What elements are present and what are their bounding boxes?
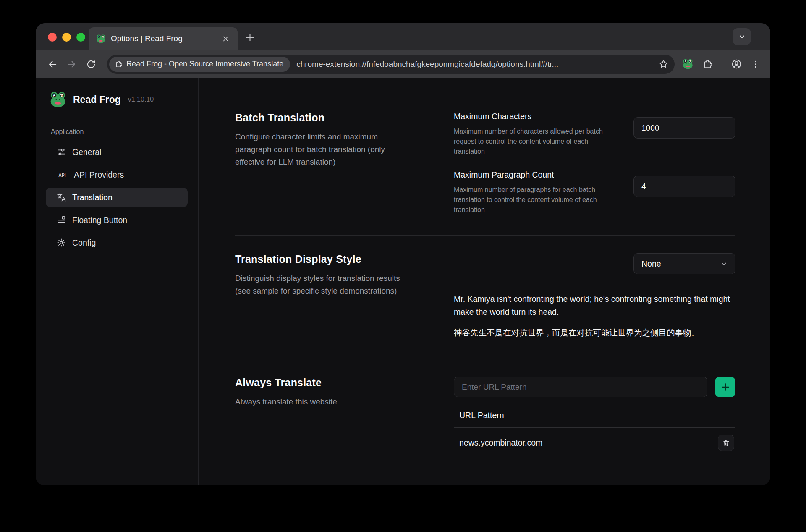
browser-tab[interactable]: Options | Read Frog bbox=[89, 27, 238, 50]
field-maximum-characters: Maximum Characters Maximum number of cha… bbox=[454, 112, 735, 157]
section-description: Configure character limits and maximum p… bbox=[235, 131, 407, 168]
settings-content: Batch Translation Configure character li… bbox=[199, 78, 770, 485]
table-row: news.ycombinator.com bbox=[454, 428, 735, 458]
table-header: URL Pattern bbox=[454, 411, 735, 428]
languages-icon bbox=[57, 193, 66, 202]
section-title: Batch Translation bbox=[235, 112, 413, 124]
browser-window: Options | Read Frog Read Fr bbox=[36, 23, 770, 485]
chevron-down-icon bbox=[720, 260, 728, 268]
field-description: Maximum number of characters allowed per… bbox=[454, 126, 610, 157]
tab-close-icon[interactable] bbox=[220, 33, 231, 44]
api-icon: API bbox=[57, 170, 68, 179]
max-paragraph-count-input[interactable] bbox=[633, 176, 735, 197]
forward-button[interactable] bbox=[64, 57, 79, 72]
sidebar-item-api-providers[interactable]: API API Providers bbox=[46, 165, 188, 184]
read-frog-extension-icon[interactable] bbox=[682, 58, 693, 70]
sidebar-item-floating-button[interactable]: Floating Button bbox=[46, 210, 188, 230]
section-always-translate: Always Translate Always translate this w… bbox=[235, 359, 735, 478]
sliders-icon bbox=[57, 147, 66, 157]
section-title: Always Translate bbox=[235, 377, 413, 389]
browser-menu-kebab-icon[interactable] bbox=[751, 60, 760, 69]
field-description: Maximum number of paragraphs for each ba… bbox=[454, 185, 610, 215]
sidebar-item-translation[interactable]: Translation bbox=[46, 188, 188, 207]
url-pattern-cell: news.ycombinator.com bbox=[459, 438, 542, 448]
gear-icon bbox=[57, 238, 66, 247]
extension-chip-icon bbox=[115, 60, 123, 68]
new-tab-button[interactable] bbox=[245, 32, 255, 43]
section-description: Distinguish display styles for translati… bbox=[235, 272, 407, 297]
sidebar-item-label: Translation bbox=[72, 193, 113, 202]
close-window-button[interactable] bbox=[48, 33, 57, 42]
section-batch-translation: Batch Translation Configure character li… bbox=[235, 94, 735, 235]
trash-icon bbox=[722, 439, 730, 447]
sidebar-item-config[interactable]: Config bbox=[46, 233, 188, 252]
browser-toolbar: Read Frog - Open Source Immersive Transl… bbox=[36, 50, 770, 78]
sidebar-item-label: Config bbox=[72, 238, 96, 248]
options-page: Read Frog v1.10.10 Application General A… bbox=[36, 78, 770, 485]
url-pattern-input[interactable] bbox=[454, 377, 707, 397]
address-bar[interactable]: Read Frog - Open Source Immersive Transl… bbox=[107, 55, 675, 74]
field-label: Maximum Paragraph Count bbox=[454, 170, 610, 180]
svg-text:API: API bbox=[58, 173, 66, 178]
field-label: Maximum Characters bbox=[454, 112, 610, 121]
select-value: None bbox=[641, 259, 661, 269]
add-url-pattern-button[interactable] bbox=[715, 377, 735, 397]
section-translation-display-style: Translation Display Style Distinguish di… bbox=[235, 235, 735, 359]
app-name: Read Frog bbox=[73, 94, 121, 105]
extension-site-chip[interactable]: Read Frog - Open Source Immersive Transl… bbox=[109, 57, 290, 72]
sidebar: Read Frog v1.10.10 Application General A… bbox=[36, 78, 199, 485]
tab-title: Options | Read Frog bbox=[111, 34, 215, 43]
back-button[interactable] bbox=[45, 57, 60, 72]
section-description: Always translate this website bbox=[235, 396, 407, 408]
maximize-window-button[interactable] bbox=[76, 33, 85, 42]
toolbar-right-icons bbox=[682, 58, 760, 70]
site-chip-label: Read Frog - Open Source Immersive Transl… bbox=[126, 60, 283, 68]
extensions-puzzle-icon[interactable] bbox=[702, 59, 713, 69]
tab-strip: Options | Read Frog bbox=[36, 23, 770, 50]
traffic-lights bbox=[48, 33, 85, 42]
floating-button-icon bbox=[57, 215, 66, 225]
app-version: v1.10.10 bbox=[128, 96, 154, 103]
minimize-window-button[interactable] bbox=[62, 33, 71, 42]
max-characters-input[interactable] bbox=[633, 117, 735, 139]
section-auto-translate: Auto translate based on language Select … bbox=[235, 478, 735, 485]
sample-translated-text: 神谷先生不是在对抗世界，而是在对抗可能让世界为之侧目的事物。 bbox=[454, 327, 735, 338]
sidebar-item-label: API Providers bbox=[74, 170, 124, 180]
url-pattern-table: URL Pattern news.ycombinator.com bbox=[454, 411, 735, 458]
sidebar-item-general[interactable]: General bbox=[46, 142, 188, 162]
read-frog-logo-icon bbox=[49, 91, 67, 108]
app-logo-row: Read Frog v1.10.10 bbox=[36, 91, 198, 108]
profile-avatar-icon[interactable] bbox=[731, 58, 742, 70]
sample-source-text: Mr. Kamiya isn't confronting the world; … bbox=[454, 293, 731, 319]
tab-favicon-frog-icon bbox=[96, 34, 106, 44]
url-text: chrome-extension://fnfedoabnchafgkeeponm… bbox=[296, 60, 654, 69]
delete-url-pattern-button[interactable] bbox=[718, 435, 734, 451]
section-title: Translation Display Style bbox=[235, 253, 413, 265]
tab-search-chevron-button[interactable] bbox=[733, 28, 751, 45]
field-maximum-paragraph-count: Maximum Paragraph Count Maximum number o… bbox=[454, 170, 735, 215]
display-style-select[interactable]: None bbox=[633, 253, 735, 274]
plus-icon bbox=[720, 382, 730, 392]
sidebar-item-label: General bbox=[72, 147, 101, 157]
style-sample: Mr. Kamiya isn't confronting the world; … bbox=[454, 293, 735, 338]
bookmark-star-icon[interactable] bbox=[658, 59, 669, 69]
reload-button[interactable] bbox=[84, 57, 99, 72]
toolbar-divider bbox=[722, 59, 722, 70]
sidebar-section-label: Application bbox=[51, 128, 198, 136]
sidebar-item-label: Floating Button bbox=[72, 215, 127, 225]
